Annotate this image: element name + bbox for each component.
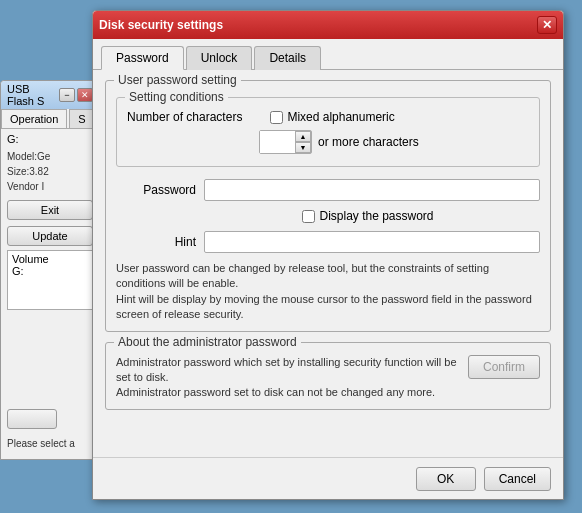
dialog-close-button[interactable]: ✕ (537, 16, 557, 34)
spinner-buttons: ▲ ▼ (295, 131, 311, 153)
bg-volume-drive: G: (12, 265, 88, 277)
spinner-input[interactable]: 1 (260, 131, 295, 153)
password-input[interactable] (204, 179, 540, 201)
spin-up-button[interactable]: ▲ (295, 131, 311, 142)
display-password-label: Display the password (319, 209, 433, 223)
disk-security-dialog: Disk security settings ✕ Password Unlock… (92, 10, 564, 500)
display-password-row: Display the password (196, 209, 540, 223)
hint-label: Hint (116, 235, 196, 249)
cancel-button[interactable]: Cancel (484, 467, 551, 491)
dialog-content: User password setting Setting conditions… (93, 70, 563, 420)
bg-update-button[interactable]: Update (7, 226, 93, 246)
tab-details[interactable]: Details (254, 46, 321, 70)
bg-drive-label: G: (1, 129, 99, 149)
spinner-row: 1 ▲ ▼ or more characters (127, 130, 529, 154)
dialog-buttons: OK Cancel (93, 457, 563, 499)
bg-tab-bar: Operation S (1, 109, 99, 129)
dialog-tab-bar: Password Unlock Details (93, 39, 563, 70)
background-window: USB Flash S − ✕ Operation S G: Model:Ge … (0, 80, 100, 460)
admin-password-group: About the administrator password Adminis… (105, 342, 551, 410)
admin-group-label: About the administrator password (114, 335, 301, 349)
bg-select-text: Please select a (7, 438, 75, 449)
tab-password[interactable]: Password (101, 46, 184, 70)
dialog-title-bar: Disk security settings ✕ (93, 11, 563, 39)
display-password-checkbox[interactable] (302, 210, 315, 223)
password-label: Password (116, 183, 196, 197)
bg-mini-button[interactable] (7, 409, 57, 429)
bg-model: Model:Ge (1, 149, 99, 164)
num-chars-row: Number of characters Mixed alphanumeric (127, 110, 529, 124)
num-chars-label: Number of characters (127, 110, 242, 124)
mixed-alphanumeric-checkbox[interactable] (270, 111, 283, 124)
bg-window-controls: − ✕ (59, 88, 93, 102)
admin-description-text: Administrator password which set by inst… (116, 351, 458, 401)
user-password-group: User password setting Setting conditions… (105, 80, 551, 332)
password-row: Password (116, 179, 540, 201)
bg-close-btn[interactable]: ✕ (77, 88, 93, 102)
bg-window-title-bar: USB Flash S − ✕ (1, 81, 99, 109)
hint-input[interactable] (204, 231, 540, 253)
ok-button[interactable]: OK (416, 467, 476, 491)
spin-down-button[interactable]: ▼ (295, 142, 311, 153)
mixed-alpha-label: Mixed alphanumeric (287, 110, 394, 124)
user-password-group-label: User password setting (114, 73, 241, 87)
bg-volume-box: Volume G: (7, 250, 93, 310)
bg-minimize-btn[interactable]: − (59, 88, 75, 102)
tab-unlock[interactable]: Unlock (186, 46, 253, 70)
hint-row: Hint (116, 231, 540, 253)
bg-size: Size:3.82 (1, 164, 99, 179)
bg-exit-button[interactable]: Exit (7, 200, 93, 220)
bg-window-title-text: USB Flash S (7, 83, 59, 107)
bg-tab-operation[interactable]: Operation (1, 109, 67, 128)
bg-vendor: Vendor I (1, 179, 99, 194)
or-more-text: or more characters (318, 135, 419, 149)
dialog-title: Disk security settings (99, 18, 223, 32)
bg-tab-s[interactable]: S (69, 109, 94, 128)
setting-conditions-label: Setting conditions (125, 90, 228, 104)
setting-conditions-group: Setting conditions Number of characters … (116, 97, 540, 167)
bg-volume-label: Volume (12, 253, 88, 265)
description-text: User password can be changed by release … (116, 261, 540, 323)
character-count-spinner[interactable]: 1 ▲ ▼ (259, 130, 312, 154)
confirm-button[interactable]: Confirm (468, 355, 540, 379)
